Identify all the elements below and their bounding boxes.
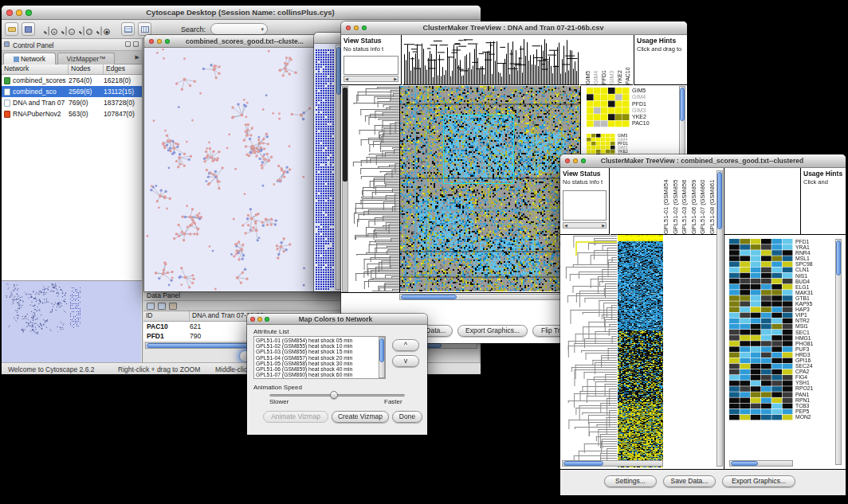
tv1-column-label[interactable]: PAC10 — [625, 38, 632, 84]
gene-label[interactable]: YRA1 — [795, 244, 827, 250]
tv1-heatmap-hscrollbar[interactable] — [399, 294, 581, 300]
scroll-right-icon[interactable]: ▶ — [602, 223, 605, 228]
tv1-matrix-row-label[interactable]: YKE2 — [632, 114, 650, 120]
minimize-icon[interactable] — [257, 317, 262, 322]
tv1-column-label[interactable]: YKE2 — [617, 38, 624, 84]
open-session-icon[interactable] — [5, 22, 18, 36]
view-status-scrollbar[interactable]: ◀▶ — [344, 76, 398, 82]
tv2-zoom-hscrollbar[interactable] — [729, 460, 793, 467]
gene-label[interactable]: TCB3 — [795, 403, 827, 408]
attribute-list[interactable]: GPL51-01 (GSM854) heat shock 05 minGPL51… — [253, 336, 386, 379]
tv1-column-label[interactable]: GIM5 — [585, 38, 592, 84]
tab-overflow-icon[interactable]: ▶ — [135, 54, 139, 61]
network-list-row[interactable]: combined_scores2764(0)16218(0) — [2, 75, 142, 86]
create-attribute-icon[interactable] — [158, 303, 166, 310]
tv2-settings-button[interactable]: Settings... — [604, 475, 657, 487]
close-icon[interactable] — [250, 317, 255, 322]
window-controls[interactable] — [2, 10, 37, 16]
attribute-list-item[interactable]: GPL51-05 (GSM858) heat shock 30 min — [256, 361, 383, 366]
window-controls[interactable] — [341, 25, 371, 30]
network-list-row[interactable]: combined_sco2569(6)13112(15) — [2, 86, 142, 97]
zoom-selected-icon[interactable]: ◆ — [100, 26, 102, 36]
gene-label[interactable]: PUF3 — [795, 346, 827, 352]
gene-label[interactable]: RPO21 — [795, 385, 827, 391]
zoom-heatmap-canvas[interactable] — [729, 239, 793, 420]
gene-label[interactable]: GTB1 — [795, 295, 827, 301]
close-panel-icon[interactable] — [133, 41, 139, 47]
network-tree-area[interactable] — [2, 119, 142, 280]
tv2-row-dendrogram[interactable] — [562, 235, 617, 467]
minimize-icon[interactable] — [573, 158, 578, 163]
attribute-list-item[interactable]: GPL51-06 (GSM859) heat shock 40 min — [256, 366, 383, 372]
zoom-window-icon[interactable] — [581, 158, 586, 163]
gene-label[interactable]: SEC24 — [795, 363, 827, 369]
tv1-column-label[interactable]: GIM3 — [609, 38, 616, 84]
zoom-window-icon[interactable] — [265, 317, 269, 322]
gene-label[interactable]: RPN1 — [795, 397, 827, 403]
attribute-list-item[interactable]: GPL51-03 (GSM856) heat shock 15 min — [256, 349, 383, 354]
network-view-titlebar[interactable]: combined_scores_good.txt--cluste... — [144, 35, 339, 48]
gene-label[interactable]: FIG4 — [795, 374, 827, 380]
zoom-in-icon[interactable]: + — [48, 26, 49, 36]
tv1-column-dendrogram[interactable] — [402, 35, 579, 85]
gene-label[interactable]: YSH1 — [795, 380, 827, 385]
gene-label[interactable]: HMG1 — [795, 335, 827, 341]
attribute-list-vscrollbar[interactable] — [379, 337, 385, 378]
gene-label[interactable]: PEP5 — [795, 408, 827, 414]
tv1-column-label[interactable]: GIM4 — [593, 38, 600, 84]
heatmap-canvas[interactable] — [618, 235, 663, 467]
network-list-row[interactable]: RNAPuberNov2563(0)107847(0) — [2, 108, 142, 119]
tv2-column-label[interactable]: GPL51-03 (GSM856 — [681, 170, 689, 234]
gene-label[interactable]: SPC98 — [795, 261, 827, 267]
tv2-column-label[interactable]: GPL51-01 (GSM854 — [662, 170, 671, 234]
tv2-zoom-vscrollbar[interactable] — [835, 239, 842, 465]
gene-label[interactable]: MAK31 — [795, 290, 827, 295]
gene-label[interactable]: CLN1 — [795, 267, 827, 272]
minimize-icon[interactable] — [157, 39, 162, 44]
gene-label[interactable]: GPI16 — [795, 357, 827, 363]
attribute-list-item[interactable]: GPL51-07 (GSM860) heat shock 60 min — [256, 372, 383, 377]
gene-label[interactable]: PHO81 — [795, 341, 827, 346]
minimize-icon[interactable] — [354, 25, 359, 30]
column-dendrogram-canvas[interactable] — [403, 37, 579, 84]
zoom-fit-icon[interactable]: □ — [83, 26, 84, 36]
tv2-column-label[interactable]: GPL51-08 (GSM861 — [709, 170, 717, 234]
gene-label[interactable]: BUD4 — [795, 279, 827, 284]
dialog-animate-vizmap-button[interactable]: Animate Vizmap — [263, 411, 328, 423]
dialog-create-vizmap-button[interactable]: Create Vizmap — [332, 411, 389, 423]
tab-network[interactable]: Network — [3, 53, 56, 64]
tv1-global-heatmap[interactable] — [399, 86, 581, 292]
gene-label[interactable]: CPA2 — [795, 369, 827, 374]
row-dendrogram-canvas[interactable] — [349, 86, 399, 291]
tv1-row-dendrogram[interactable] — [349, 86, 399, 292]
gene-label[interactable]: MON2 — [795, 414, 827, 420]
network-list-row[interactable]: DNA and Tran 07769(0)183728(0) — [2, 97, 142, 108]
gene-label[interactable]: VIP1 — [795, 312, 827, 318]
gene-label[interactable]: RNR4 — [795, 250, 827, 256]
main-titlebar[interactable]: Cytoscape Desktop (Session Name: collins… — [2, 6, 481, 20]
attribute-browser-icon[interactable] — [138, 22, 151, 36]
tv1-column-label[interactable]: PFD1 — [601, 38, 608, 84]
attribute-list-item[interactable]: GPL51-04 (GSM857) heat shock 20 min — [256, 355, 383, 361]
network-canvas[interactable] — [145, 49, 338, 291]
gene-label[interactable]: NTR2 — [795, 318, 827, 323]
float-panel-icon[interactable] — [125, 41, 131, 47]
attribute-list-item[interactable]: GPL51-01 (GSM854) heat shock 05 min — [256, 338, 383, 343]
close-icon[interactable] — [346, 25, 351, 30]
tv2-column-label[interactable]: GPL51-06 (GSM859 — [690, 170, 699, 234]
scroll-left-icon[interactable]: ◀ — [345, 76, 348, 81]
gene-label[interactable]: MSI1 — [795, 323, 827, 329]
window-controls[interactable] — [144, 39, 175, 44]
tv2-global-hscrollbar[interactable] — [562, 460, 663, 467]
move-down-button[interactable]: v — [392, 355, 419, 367]
tv2-global-vscrollbar[interactable] — [716, 170, 723, 467]
gene-label[interactable]: SEC1 — [795, 330, 827, 335]
gene-label[interactable]: HAP3 — [795, 307, 827, 312]
tv2-zoom-heatmap[interactable] — [729, 239, 793, 420]
dense-network-canvas[interactable] — [315, 45, 336, 291]
view-status-scrollbar[interactable]: ◀▶ — [563, 222, 607, 229]
gene-label[interactable]: PFD1 — [795, 239, 827, 244]
tv1-matrix-row-label[interactable]: GIM3 — [632, 107, 650, 114]
tv2-export-graphics-button[interactable]: Export Graphics... — [722, 475, 795, 487]
treeview2-titlebar[interactable]: ClusterMaker TreeView : combined_scores_… — [560, 154, 846, 168]
